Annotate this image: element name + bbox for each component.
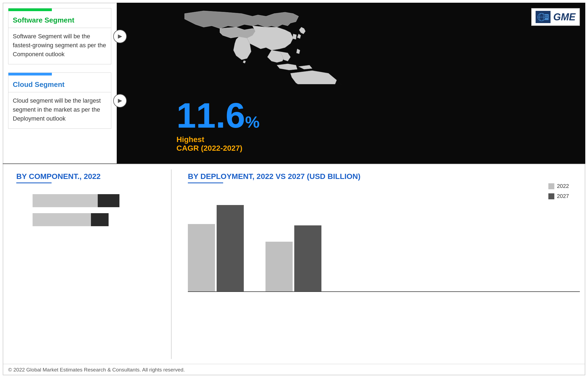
horizontal-bar-chart xyxy=(16,194,166,226)
right-arrow-symbol: ► xyxy=(116,32,124,40)
legend-swatch-2022 xyxy=(548,183,554,189)
bar-g1-2027 xyxy=(217,205,244,292)
bar-row-1 xyxy=(33,194,166,207)
component-chart-title: BY COMPONENT., 2022 xyxy=(16,172,166,181)
svg-rect-6 xyxy=(547,15,548,16)
deployment-title-underline xyxy=(188,182,223,183)
software-segment-title: Software Segment xyxy=(8,14,111,28)
gme-logo: GME xyxy=(531,8,580,26)
cagr-label-1: Highest xyxy=(176,135,260,144)
svg-rect-5 xyxy=(545,15,546,16)
legend-label-2022: 2022 xyxy=(557,183,569,189)
dark-panel: GME xyxy=(117,3,585,163)
bar-gray-1 xyxy=(33,194,98,207)
bar-g2-2027 xyxy=(294,225,321,292)
bar-gray-2 xyxy=(33,213,91,226)
deployment-chart-section: BY DEPLOYMENT, 2022 VS 2027 (USD BILLION… xyxy=(172,164,585,364)
deployment-chart-title: BY DEPLOYMENT, 2022 VS 2027 (USD BILLION… xyxy=(188,172,580,181)
grouped-bar-chart xyxy=(188,189,580,292)
bottom-section: BY COMPONENT., 2022 BY DEPLOYMENT, 2022 … xyxy=(3,164,585,364)
bar-dark-1 xyxy=(98,194,119,207)
cloud-segment-title: Cloud Segment xyxy=(8,78,111,92)
component-chart-section: BY COMPONENT., 2022 xyxy=(3,164,171,364)
bar-dark-2 xyxy=(91,213,109,226)
bar-group-1 xyxy=(188,205,244,292)
gme-text-label: GME xyxy=(553,11,576,23)
software-arrow-icon[interactable]: ► xyxy=(113,30,127,43)
bar-g1-2022 xyxy=(188,224,215,292)
card-divider-2 xyxy=(8,92,111,92)
cagr-label-2: CAGR (2022-2027) xyxy=(176,144,260,153)
component-title-underline xyxy=(16,182,52,183)
card-divider-1 xyxy=(8,28,111,28)
footer-text: © 2022 Global Market Estimates Research … xyxy=(8,367,185,373)
map-area xyxy=(171,8,361,90)
software-segment-card: Software Segment Software Segment will b… xyxy=(8,8,111,64)
asia-pacific-map xyxy=(171,8,361,84)
gme-icon xyxy=(536,11,551,23)
legend-item-2022: 2022 xyxy=(548,183,569,189)
cagr-label-block: Highest CAGR (2022-2027) xyxy=(176,135,260,153)
chart-baseline xyxy=(188,291,580,292)
cloud-arrow-icon[interactable]: ► xyxy=(113,94,127,108)
bar-row-2 xyxy=(33,213,166,226)
bar-group-2 xyxy=(265,225,321,292)
cloud-segment-card: Cloud Segment Cloud segment will be the … xyxy=(8,73,111,129)
cloud-card-bar xyxy=(8,73,52,75)
cagr-value: 11.6 xyxy=(176,98,245,133)
svg-rect-8 xyxy=(547,17,548,18)
footer: © 2022 Global Market Estimates Research … xyxy=(3,364,585,375)
software-card-bar xyxy=(8,8,52,11)
cagr-section: 11.6 % Highest CAGR (2022-2027) xyxy=(176,98,260,153)
cagr-value-row: 11.6 % xyxy=(176,98,260,133)
bar-g2-2022 xyxy=(265,242,293,292)
cloud-segment-body: Cloud segment will be the largest segmen… xyxy=(8,96,111,123)
right-arrow-symbol-2: ► xyxy=(116,96,124,105)
cagr-suffix: % xyxy=(245,114,260,130)
software-segment-body: Software Segment will be the fastest-gro… xyxy=(8,32,111,59)
svg-rect-7 xyxy=(545,17,546,18)
